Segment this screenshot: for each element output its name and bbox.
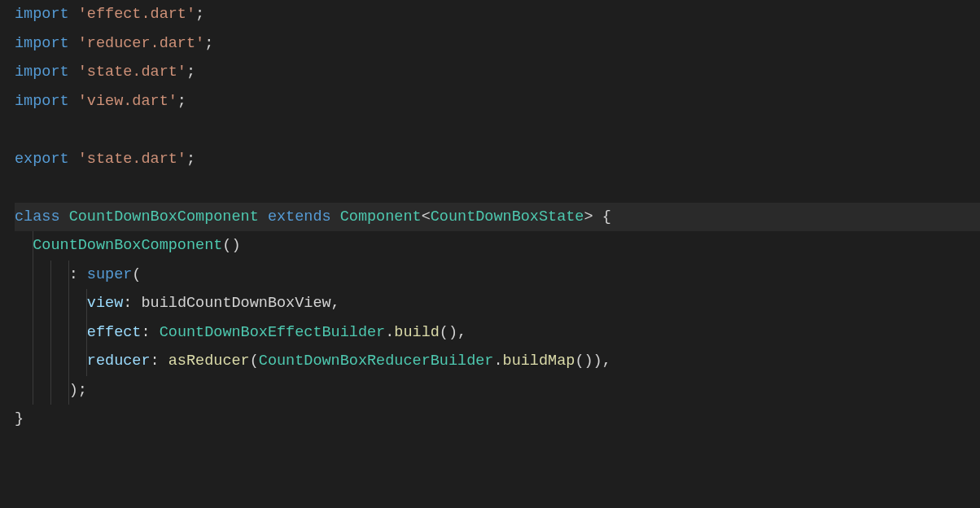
string-literal: 'view.dart' (78, 93, 177, 110)
angle-open: < (422, 208, 431, 226)
method-name: buildMap (503, 353, 575, 370)
semicolon: ; (78, 382, 87, 399)
code-line: reducer: asReducer(CountDownBoxReducerBu… (15, 347, 980, 376)
code-line: ); (15, 376, 980, 405)
comma: , (331, 295, 340, 312)
keyword-import: import (15, 6, 69, 23)
space (69, 151, 78, 168)
dot: . (493, 353, 502, 370)
type-name: CountDownBoxReducerBuilder (259, 353, 494, 370)
code-line: import 'reducer.dart'; (15, 29, 980, 59)
string-literal: 'state.dart' (78, 151, 186, 168)
code-line-blank (15, 116, 980, 145)
code-line: export 'state.dart'; (15, 145, 980, 174)
semicolon: ; (204, 35, 213, 52)
string-literal: 'reducer.dart' (78, 35, 204, 52)
type-name: CountDownBoxEffectBuilder (160, 324, 386, 341)
code-line: } (15, 405, 980, 434)
keyword-import: import (15, 35, 69, 52)
named-param-reducer: reducer (87, 353, 151, 370)
code-line-blank (15, 173, 980, 203)
code-line: import 'view.dart'; (15, 87, 980, 116)
identifier: buildCountDownBoxView (141, 295, 330, 312)
angle-close: > (584, 208, 593, 226)
space (60, 208, 69, 226)
code-line: : super( (15, 261, 980, 290)
method-name: build (394, 324, 440, 341)
code-line: effect: CountDownBoxEffectBuilder.build(… (15, 318, 980, 348)
class-name: CountDownBoxComponent (69, 208, 259, 226)
paren-open: ( (575, 353, 584, 370)
paren-close: ) (584, 353, 593, 370)
space (69, 64, 78, 81)
colon: : (151, 353, 160, 370)
paren-close: ) (231, 237, 240, 254)
named-param-effect: effect (87, 324, 142, 341)
space (69, 6, 78, 23)
keyword-import: import (15, 93, 69, 110)
semicolon: ; (177, 93, 186, 110)
semicolon: ; (195, 6, 204, 23)
paren-close: ) (593, 353, 602, 370)
named-param-view: view (87, 295, 123, 312)
space (160, 353, 168, 370)
code-line: import 'effect.dart'; (15, 0, 980, 29)
paren-open: ( (132, 266, 141, 283)
keyword-import: import (15, 64, 69, 81)
paren-open: ( (440, 324, 448, 341)
space (151, 324, 160, 341)
base-class-name: Component (340, 208, 422, 226)
space (593, 208, 602, 226)
colon: : (141, 324, 150, 341)
code-line: import 'state.dart'; (15, 58, 980, 87)
keyword-class: class (15, 208, 60, 226)
code-editor[interactable]: import 'effect.dart'; import 'reducer.da… (0, 0, 980, 434)
semicolon: ; (186, 151, 195, 168)
space (69, 93, 78, 110)
dot: . (385, 324, 394, 341)
string-literal: 'effect.dart' (78, 6, 195, 23)
colon: : (123, 295, 132, 312)
space (259, 208, 268, 226)
space (78, 266, 87, 283)
constructor-name: CountDownBoxComponent (33, 237, 222, 254)
keyword-extends: extends (268, 208, 331, 226)
brace-close: } (15, 410, 24, 427)
code-line: view: buildCountDownBoxView, (15, 289, 980, 318)
brace-open: { (602, 208, 611, 226)
paren-close: ) (69, 382, 78, 399)
keyword-export: export (15, 151, 69, 168)
comma: , (602, 353, 611, 370)
paren-open: ( (222, 237, 231, 254)
generic-type: CountDownBoxState (431, 208, 584, 226)
string-literal: 'state.dart' (78, 64, 186, 81)
space (69, 35, 78, 52)
comma: , (457, 324, 466, 341)
code-line-current: class CountDownBoxComponent extends Comp… (15, 203, 980, 232)
paren-open: ( (250, 353, 259, 370)
semicolon: ; (186, 64, 195, 81)
space (132, 295, 141, 312)
code-line: CountDownBoxComponent() (15, 231, 980, 261)
space (331, 208, 340, 226)
function-name: asReducer (168, 353, 250, 370)
keyword-super: super (87, 266, 133, 283)
colon: : (69, 266, 78, 283)
paren-close: ) (448, 324, 457, 341)
